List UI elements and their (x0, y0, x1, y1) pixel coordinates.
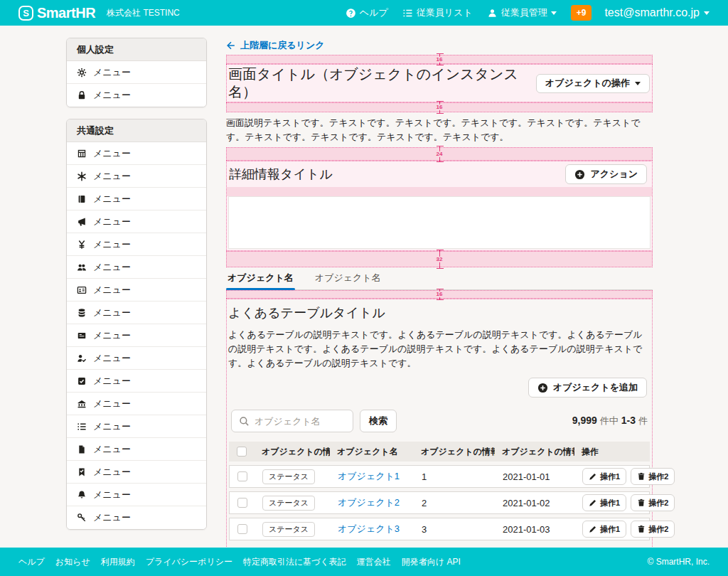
sidebar-item-menu[interactable]: メニュー (67, 142, 206, 165)
yen-icon (77, 240, 87, 250)
sidebar-item-label: メニュー (93, 398, 131, 410)
chevron-down-icon (551, 11, 557, 15)
search-row: 検索 9,999 件中 1-3 件 (231, 410, 648, 432)
column-header-0: オブジェクトの情報 (255, 446, 330, 458)
trash-icon (637, 525, 646, 533)
trash-icon (637, 472, 646, 481)
object-date: 2021-01-02 (496, 498, 575, 508)
footer: ヘルプお知らせ利用規約プライバシーポリシー特定商取引法に基づく表記運営会社開発者… (0, 548, 728, 576)
row-checkbox[interactable] (237, 471, 247, 481)
table-header-row: オブジェクトの情報オブジェクト名オブジェクトの情報オブジェクトの情報操作 (229, 442, 650, 462)
footer-link-6[interactable]: 開発者向け API (402, 556, 461, 568)
footer-link-5[interactable]: 運営会社 (357, 556, 391, 568)
spacing-value: 24 (435, 151, 444, 156)
sidebar-item-menu[interactable]: メニュー (67, 347, 206, 370)
footer-link-2[interactable]: 利用規約 (101, 556, 135, 568)
add-object-label: オブジェクトを追加 (553, 381, 638, 394)
tab-1[interactable]: オブジェクト名 (314, 269, 382, 289)
result-count: 9,999 件中 1-3 件 (572, 415, 648, 427)
nav-item-label: ヘルプ (360, 6, 388, 19)
sidebar-item-menu[interactable]: メニュー (67, 84, 206, 107)
tab-0[interactable]: オブジェクト名 (226, 269, 295, 289)
footer-link-3[interactable]: プライバシーポリシー (146, 556, 232, 568)
sidebar-item-menu[interactable]: メニュー (67, 370, 206, 393)
card-icon (77, 331, 87, 341)
sidebar-item-label: メニュー (93, 89, 131, 102)
table-row: ステータスオブジェクト112021-01-01操作1操作2 (229, 465, 650, 488)
object-link[interactable]: オブジェクト1 (338, 471, 400, 481)
table-row: ステータスオブジェクト222021-01-02操作1操作2 (229, 491, 650, 514)
nav-item-employee-admin[interactable]: 従業員管理 (487, 6, 557, 19)
account-email: test@smarthr.co.jp (604, 6, 700, 19)
status-badge: ステータス (262, 469, 315, 484)
smarthr-logo[interactable]: S SmartHR (18, 5, 95, 21)
sidebar-item-menu[interactable]: メニュー (67, 438, 206, 461)
table-row: ステータスオブジェクト332021-01-03操作1操作2 (229, 518, 650, 540)
footer-link-0[interactable]: ヘルプ (18, 556, 45, 568)
row-action-1-button[interactable]: 操作1 (582, 468, 626, 485)
megaphone-icon (77, 217, 87, 227)
sidebar-item-menu[interactable]: メニュー (67, 188, 206, 210)
sidebar-item-menu[interactable]: メニュー (67, 393, 206, 415)
row-action-1-label: 操作1 (600, 498, 620, 508)
sidebar-item-menu[interactable]: メニュー (67, 279, 206, 302)
nav-item-help[interactable]: ヘルプ (346, 6, 388, 19)
panel-action-label: アクション (590, 168, 638, 181)
search-input[interactable] (255, 416, 346, 427)
pencil-icon (589, 498, 597, 507)
sidebar-item-menu[interactable]: メニュー (67, 324, 206, 347)
sidebar-section-0: 個人設定メニューメニュー (66, 38, 207, 107)
panel-action-button[interactable]: アクション (565, 164, 647, 184)
search-button[interactable]: 検索 (360, 410, 397, 432)
company-name: 株式会社 TESTINC (107, 7, 180, 19)
spacing-value: 16 (435, 105, 444, 110)
nav-item-employee-list[interactable]: 従業員リスト (402, 6, 473, 19)
sidebar-item-menu[interactable]: メニュー (67, 302, 206, 324)
row-action-1-button[interactable]: 操作1 (582, 494, 626, 511)
object-info: 1 (414, 471, 496, 482)
nav-item-label: 従業員管理 (501, 6, 547, 19)
sidebar-item-menu[interactable]: メニュー (67, 61, 206, 84)
notification-badge[interactable]: +9 (571, 5, 592, 21)
sidebar-item-label: メニュー (93, 511, 131, 524)
row-checkbox[interactable] (237, 498, 247, 508)
row-action-1-label: 操作1 (600, 471, 620, 482)
sidebar-item-menu[interactable]: メニュー (67, 415, 206, 438)
object-link[interactable]: オブジェクト3 (338, 523, 400, 534)
back-link[interactable]: 上階層に戻るリンク (226, 39, 325, 52)
object-actions-dropdown-button[interactable]: オブジェクトの操作 (536, 74, 650, 93)
select-all-checkbox[interactable] (237, 447, 247, 457)
footer-link-4[interactable]: 特定商取引法に基づく表記 (243, 556, 346, 568)
row-action-2-button[interactable]: 操作2 (631, 494, 675, 511)
back-arrow-icon (226, 41, 236, 50)
column-header-1: オブジェクト名 (330, 446, 414, 458)
add-object-button[interactable]: オブジェクトを追加 (528, 378, 647, 398)
status-badge: ステータス (262, 496, 315, 511)
checkbox-icon (77, 376, 87, 386)
sidebar-item-menu[interactable]: メニュー (67, 484, 206, 506)
row-action-2-button[interactable]: 操作2 (631, 521, 675, 538)
plus-circle-icon (537, 383, 548, 393)
sidebar-item-label: メニュー (93, 147, 131, 160)
footer-link-1[interactable]: お知らせ (55, 556, 90, 568)
sidebar-item-label: メニュー (93, 193, 131, 206)
sidebar-item-menu[interactable]: メニュー (67, 165, 206, 188)
row-action-2-button[interactable]: 操作2 (631, 468, 675, 485)
sidebar-item-menu[interactable]: メニュー (67, 233, 206, 256)
detail-panel-body (228, 196, 651, 249)
row-checkbox[interactable] (237, 524, 247, 534)
sidebar-item-label: メニュー (93, 238, 131, 251)
account-menu[interactable]: test@smarthr.co.jp (604, 6, 710, 19)
sidebar-item-menu[interactable]: メニュー (67, 256, 206, 279)
nav-item-label: 従業員リスト (417, 6, 473, 19)
object-date: 2021-01-03 (496, 524, 575, 535)
spacing-band-24: 24 (226, 147, 653, 161)
sidebar-item-menu[interactable]: メニュー (67, 210, 206, 233)
row-action-1-button[interactable]: 操作1 (582, 521, 626, 538)
sidebar-item-menu[interactable]: メニュー (67, 506, 206, 529)
sidebar-item-menu[interactable]: メニュー (67, 461, 206, 484)
top-app-bar: S SmartHR 株式会社 TESTINC ヘルプ従業員リスト従業員管理 +9… (0, 0, 728, 26)
object-link[interactable]: オブジェクト2 (338, 497, 400, 508)
window-icon (77, 149, 87, 159)
sidebar-item-label: メニュー (93, 306, 131, 319)
